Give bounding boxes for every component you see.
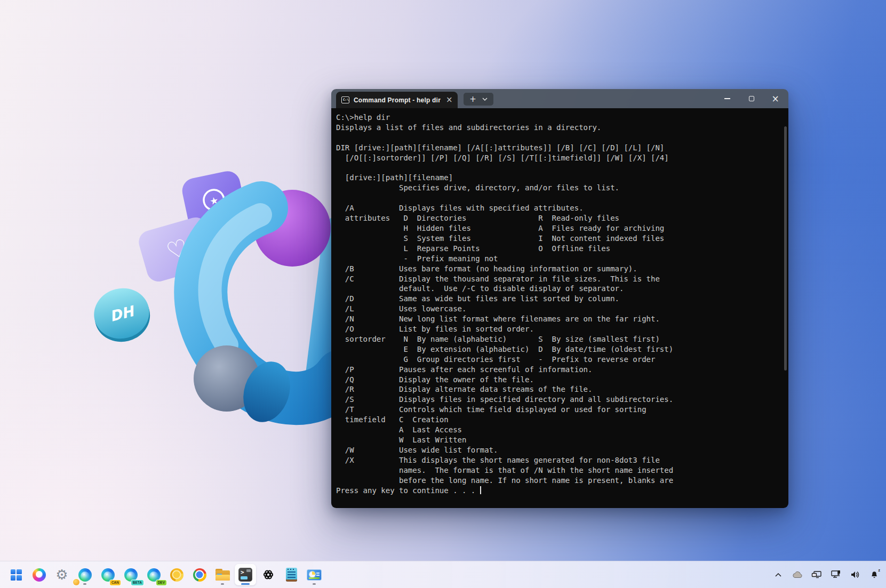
taskbar-pinned-apps: ⚙ CAN BETA DEV	[0, 564, 325, 585]
taskbar-item-notepad[interactable]	[281, 564, 302, 585]
caption-controls: ×	[715, 89, 787, 108]
tray-onedrive-button[interactable]	[791, 566, 804, 584]
taskbar: ⚙ CAN BETA DEV	[0, 561, 886, 588]
notification-bell-dnd-icon	[869, 570, 879, 579]
chrome-icon	[193, 568, 206, 582]
tab-actions: +	[464, 93, 493, 106]
edge-beta-icon	[124, 568, 138, 582]
taskbar-item-edge-dev[interactable]: DEV	[143, 564, 164, 585]
close-icon: ×	[771, 94, 779, 103]
edge-insider-badge	[73, 579, 79, 585]
taskbar-item-chatgpt[interactable]	[258, 564, 279, 585]
start-button[interactable]	[5, 564, 27, 585]
running-indicator	[83, 583, 86, 585]
taskbar-item-terminal-active[interactable]: >	[235, 564, 256, 585]
taskbar-item-file-explorer[interactable]	[212, 564, 233, 585]
chevron-down-icon[interactable]	[482, 98, 488, 101]
tab-title: Command Prompt - help dir	[354, 96, 441, 104]
beta-badge: BETA	[131, 580, 143, 586]
maximize-button[interactable]	[739, 89, 763, 108]
taskbar-item-edge-insider[interactable]	[74, 564, 95, 585]
taskbar-item-copilot[interactable]	[28, 564, 50, 585]
system-tray: z	[772, 561, 881, 588]
chevron-up-icon	[775, 573, 782, 577]
task-manager-icon	[307, 569, 322, 581]
active-window-indicator	[241, 583, 250, 585]
edge-canary-icon	[101, 568, 115, 582]
tray-display-cast-button[interactable]	[810, 566, 823, 584]
cmd-icon: C:\	[341, 96, 349, 103]
minimize-icon	[724, 98, 730, 99]
network-ethernet-icon	[831, 570, 841, 579]
chatgpt-icon	[261, 568, 275, 582]
tray-chevron-up-button[interactable]	[772, 566, 785, 584]
running-indicator	[313, 583, 316, 585]
maximize-icon	[749, 96, 754, 101]
prompt-glyph: >	[241, 569, 244, 575]
onedrive-cloud-icon	[792, 571, 803, 578]
new-tab-button[interactable]: +	[469, 95, 476, 103]
window-titlebar[interactable]: C:\ Command Prompt - help dir × + ×	[331, 89, 788, 108]
file-explorer-icon	[215, 569, 230, 581]
volume-icon	[850, 570, 860, 579]
terminal-cursor	[480, 486, 481, 494]
tray-network-button[interactable]	[829, 566, 842, 584]
terminal-screen[interactable]: C:\>help dir Displays a list of files an…	[331, 108, 788, 508]
terminal-output: C:\>help dir Displays a list of files an…	[336, 113, 673, 495]
terminal-window: C:\ Command Prompt - help dir × + × C:\>…	[331, 89, 788, 508]
terminal-pre: C:\>help dir Displays a list of files an…	[331, 108, 788, 495]
running-indicator	[221, 583, 224, 585]
chrome-canary-icon	[170, 568, 183, 582]
terminal-tab[interactable]: C:\ Command Prompt - help dir ×	[336, 92, 458, 108]
terminal-scrollbar[interactable]	[784, 126, 787, 370]
minimize-button[interactable]	[715, 89, 739, 108]
taskbar-item-edge-canary[interactable]: CAN	[97, 564, 118, 585]
taskbar-item-settings[interactable]: ⚙	[51, 564, 73, 585]
taskbar-item-chrome-canary[interactable]	[166, 564, 187, 585]
display-cast-icon	[811, 570, 822, 579]
canary-badge: CAN	[110, 580, 121, 586]
copilot-icon	[33, 568, 46, 582]
taskbar-item-chrome[interactable]	[189, 564, 210, 585]
notepad-icon	[286, 568, 297, 582]
windows-start-icon	[11, 569, 22, 581]
taskbar-item-edge-beta[interactable]: BETA	[120, 564, 141, 585]
taskbar-item-task-manager[interactable]	[304, 564, 325, 585]
dev-badge: DEV	[156, 580, 166, 586]
gear-icon: ⚙	[55, 568, 68, 582]
dnd-z-label: z	[879, 568, 881, 572]
terminal-icon: >	[238, 568, 252, 582]
close-button[interactable]: ×	[763, 89, 787, 108]
devhome-disc-shape: DH	[89, 283, 155, 348]
tab-close-icon[interactable]: ×	[445, 96, 454, 104]
tray-notification-bell-button[interactable]: z	[868, 566, 881, 584]
edge-dev-icon	[147, 568, 161, 582]
wallpaper-3d-shapes: ★ ♡ DH	[64, 157, 368, 440]
tray-volume-button[interactable]	[849, 566, 861, 584]
edge-icon	[78, 568, 92, 582]
